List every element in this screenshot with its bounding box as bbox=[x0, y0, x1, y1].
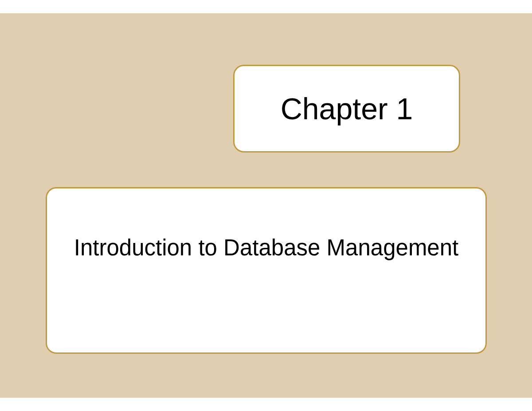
chapter-title-box: Chapter 1 bbox=[233, 65, 460, 153]
subtitle-text: Introduction to Database Management bbox=[74, 234, 459, 262]
chapter-title-text: Chapter 1 bbox=[281, 91, 413, 126]
slide-background: Chapter 1 Introduction to Database Manag… bbox=[0, 13, 532, 398]
subtitle-box: Introduction to Database Management bbox=[46, 187, 487, 354]
